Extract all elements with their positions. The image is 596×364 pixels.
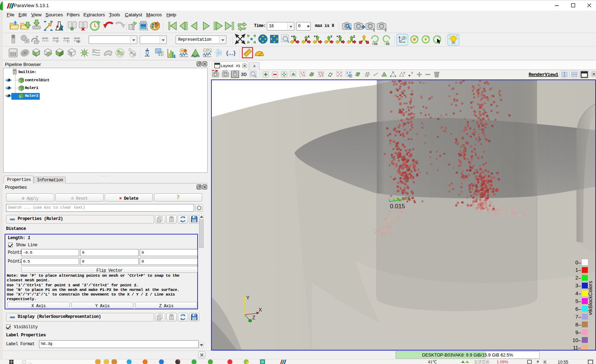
svg-text:9–: 9– [575,330,581,335]
svg-text:3–: 3– [575,283,581,288]
svg-text:RenderView1: RenderView1 [529,72,558,77]
svg-text:X: X [259,307,262,313]
svg-text:6–: 6– [575,306,581,312]
svg-text:宝济芯价: 宝济芯价 [474,360,490,364]
svg-text:3D: 3D [241,72,247,77]
svg-text:?: ? [403,71,405,76]
svg-text:0.015: 0.015 [390,203,405,210]
svg-text:4–: 4– [575,291,581,296]
svg-text:1–: 1– [575,267,581,273]
svg-text:5–: 5– [575,298,581,304]
svg-text:-90: -90 [384,43,390,46]
svg-text:+90: +90 [372,43,377,46]
svg-text:Y: Y [246,295,250,300]
svg-text:10:55: 10:55 [558,360,568,364]
svg-text:0–: 0– [575,260,581,265]
svg-text:…: … [28,360,32,364]
svg-text:Z: Z [252,315,255,320]
svg-text:2: 2 [385,28,387,32]
svg-text:{...}: {...} [226,50,236,56]
svg-text:1: 1 [373,28,375,32]
svg-text:1.08%: 1.08% [497,360,508,364]
svg-text:vtkBlockColors: vtkBlockColors [587,281,593,315]
svg-text:7–: 7– [575,314,581,320]
svg-text:8–: 8– [575,322,581,327]
svg-text:11–: 11– [573,345,581,350]
svg-text:2–: 2– [575,275,581,281]
svg-text:英: 英 [543,360,547,364]
svg-text:10–: 10– [573,337,581,343]
svg-text:41℃: 41℃ [428,360,437,364]
svg-text:?: ? [411,71,413,76]
